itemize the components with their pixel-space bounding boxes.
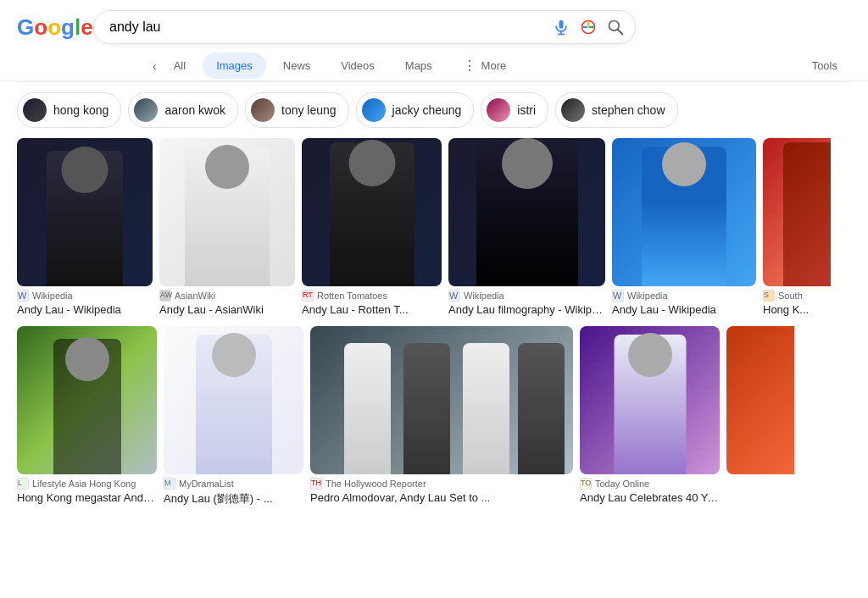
image-title-2: Andy Lau - AsianWiki [159,303,295,316]
image-card-10[interactable]: TO Today Online Andy Lau Celebrates 40 Y… [580,326,720,510]
chip-thumb-img-istri [487,98,510,122]
tab-news[interactable]: News [270,53,325,79]
image-card-2[interactable]: AW AsianWiki Andy Lau - AsianWiki [159,138,295,319]
logo-e: e [81,14,92,40]
image-meta-10: TO Today Online Andy Lau Celebrates 40 Y… [580,474,720,507]
image-title-9: Pedro Almodovar, Andy Lau Set to ... [310,491,573,504]
search-icons [551,17,626,37]
svg-rect-0 [559,20,564,29]
image-meta-8: M MyDramaList Andy Lau (劉德華) - ... [164,474,303,510]
favicon-1: W [17,290,29,302]
image-card-7[interactable]: L Lifestyle Asia Hong Kong Hong Kong meg… [17,326,157,510]
chip-thumb-stephen-chow [561,98,585,122]
image-meta-3: RT Rotten Tomatoes Andy Lau - Rotten T..… [302,286,442,319]
nav-tabs: ‹ All Images News Videos Maps ⋮ More Too… [0,44,868,81]
image-search-button[interactable] [578,17,598,37]
image-title-1: Andy Lau - Wikipedia [17,303,153,316]
favicon-4: W [448,290,460,302]
tab-images[interactable]: Images [203,53,266,79]
chip-istri[interactable]: istri [481,92,548,128]
chip-aaron-kwok[interactable]: aaron kwok [128,92,238,128]
chip-thumb-img-tony-leung [251,98,275,122]
favicon-8: M [164,478,175,490]
favicon-3: RT [302,290,314,302]
image-meta-5: W Wikipedia Andy Lau - Wikipedia [612,286,756,319]
image-row-1: W Wikipedia Andy Lau - Wikipedia AW Asia… [17,138,851,319]
image-title-7: Hong Kong megastar Andy Lau ... [17,491,157,504]
favicon-9: TH [310,478,322,490]
image-source-4: W Wikipedia [448,290,605,302]
chip-thumb-aaron-kwok [134,98,158,122]
image-meta-2: AW AsianWiki Andy Lau - AsianWiki [159,286,295,319]
logo-g: G [17,14,34,40]
tab-all[interactable]: All [160,53,199,79]
nav-back-icon: ‹ [153,59,157,73]
image-meta-9: TH The Hollywood Reporter Pedro Almodova… [310,474,573,507]
favicon-10: TO [580,478,592,490]
search-bar [93,10,636,44]
image-card-11[interactable] [726,326,794,510]
svg-line-5 [618,30,622,34]
image-title-4: Andy Lau filmography - Wikipe... [448,303,605,316]
image-card-4[interactable]: W Wikipedia Andy Lau filmography - Wikip… [448,138,605,319]
image-source-3: RT Rotten Tomatoes [302,290,442,302]
chip-thumb-img-stephen-chow [561,98,585,122]
logo-o1: o [34,14,47,40]
image-source-9: TH The Hollywood Reporter [310,478,573,490]
image-title-8: Andy Lau (劉德華) - ... [164,491,303,507]
image-source-10: TO Today Online [580,478,720,490]
chip-thumb-img-aaron-kwok [134,98,158,122]
chip-thumb-tony-leung [251,98,275,122]
image-card-6[interactable]: S South Hong K... [763,138,831,319]
image-meta-4: W Wikipedia Andy Lau filmography - Wikip… [448,286,605,319]
favicon-6: S [763,290,775,302]
header: Google [0,0,868,44]
image-title-6: Hong K... [763,303,831,316]
chip-thumb-jacky-cheung [362,98,386,122]
chip-thumb-istri [487,98,510,122]
chip-jacky-cheung[interactable]: jacky cheung [356,92,475,128]
images-section: W Wikipedia Andy Lau - Wikipedia AW Asia… [0,138,868,510]
search-bar-container [93,10,636,44]
favicon-7: L [17,478,29,490]
search-input[interactable] [109,19,594,35]
image-card-9[interactable]: TH The Hollywood Reporter Pedro Almodova… [310,326,573,510]
logo-o2: o [47,14,61,40]
image-meta-7: L Lifestyle Asia Hong Kong Hong Kong meg… [17,474,157,507]
chip-hong-kong[interactable]: hong kong [17,92,121,128]
chips-row: hong kong aaron kwok tony leung jacky ch… [0,82,868,138]
tools-button[interactable]: Tools [798,53,851,79]
image-source-6: S South [763,290,831,302]
image-meta-1: W Wikipedia Andy Lau - Wikipedia [17,286,153,319]
image-source-5: W Wikipedia [612,290,756,302]
chip-thumb-hong-kong [23,98,47,122]
favicon-5: W [612,290,624,302]
favicon-2: AW [159,290,171,302]
image-title-10: Andy Lau Celebrates 40 Yea... [580,491,720,504]
image-title-5: Andy Lau - Wikipedia [612,303,748,316]
image-source-1: W Wikipedia [17,290,153,302]
chip-thumb-img-jacky-cheung [362,98,386,122]
image-card-3[interactable]: RT Rotten Tomatoes Andy Lau - Rotten T..… [302,138,442,319]
image-source-2: AW AsianWiki [159,290,295,302]
chip-stephen-chow[interactable]: stephen chow [555,92,677,128]
image-row-2: L Lifestyle Asia Hong Kong Hong Kong meg… [17,326,851,510]
tab-videos[interactable]: Videos [327,53,388,79]
image-source-7: L Lifestyle Asia Hong Kong [17,478,157,490]
tab-more[interactable]: ⋮ More [449,51,520,80]
tab-maps[interactable]: Maps [392,53,446,79]
logo-g2: g [61,14,75,40]
voice-search-button[interactable] [551,17,571,37]
image-source-8: M MyDramaList [164,478,303,490]
image-card-1[interactable]: W Wikipedia Andy Lau - Wikipedia [17,138,153,319]
image-card-5[interactable]: W Wikipedia Andy Lau - Wikipedia [612,138,756,319]
image-title-3: Andy Lau - Rotten T... [302,303,437,316]
chip-thumb-img-hong-kong [23,98,47,122]
image-card-8[interactable]: M MyDramaList Andy Lau (劉德華) - ... [164,326,303,510]
search-button[interactable] [605,17,626,37]
google-logo: Google [17,14,80,40]
chip-tony-leung[interactable]: tony leung [245,92,349,128]
image-meta-6: S South Hong K... [763,286,831,319]
